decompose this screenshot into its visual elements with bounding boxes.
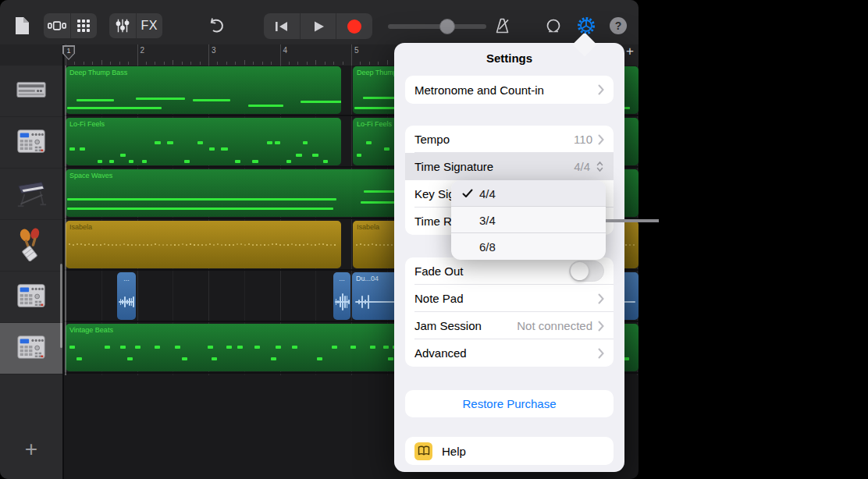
midi-note xyxy=(76,357,82,360)
settings-row-label: Advanced xyxy=(414,346,598,360)
settings-row-metronome-and-count-in[interactable]: Metronome and Count-in xyxy=(405,76,614,104)
wave-mark xyxy=(139,244,141,246)
settings-row-fade-out[interactable]: Fade Out xyxy=(405,257,614,285)
fade-out-toggle[interactable] xyxy=(569,261,604,282)
region-label: Space Waves xyxy=(69,172,112,179)
region[interactable]: ... xyxy=(333,272,350,320)
settings-row-advanced[interactable]: Advanced xyxy=(405,339,614,367)
region[interactable]: Lo-Fi Feels xyxy=(66,118,341,165)
help-icon[interactable]: ? xyxy=(610,17,627,34)
wave-mark xyxy=(625,244,627,246)
track-header-space-waves[interactable] xyxy=(0,169,62,220)
settings-row-jam-session[interactable]: Jam SessionNot connected xyxy=(405,312,614,339)
wave-mark xyxy=(104,243,105,245)
region-label: Isabela xyxy=(69,223,92,231)
wave-mark xyxy=(322,243,324,245)
metronome-icon[interactable] xyxy=(493,16,512,35)
menu-option-label: 6/8 xyxy=(479,240,496,254)
wave-mark xyxy=(383,244,385,246)
loop-browser-icon[interactable] xyxy=(544,16,563,35)
scrollbar[interactable] xyxy=(60,264,62,348)
wave-mark xyxy=(344,296,346,308)
midi-note xyxy=(226,346,232,349)
play-icon[interactable] xyxy=(300,13,336,39)
wave-mark xyxy=(158,244,160,246)
document-icon[interactable] xyxy=(12,15,32,37)
undo-icon[interactable] xyxy=(206,16,226,36)
settings-row-label: Metronome and Count-in xyxy=(414,83,598,97)
record-icon[interactable] xyxy=(336,13,372,39)
wave-mark xyxy=(84,244,86,246)
midi-note xyxy=(237,346,243,349)
settings-row-tempo[interactable]: Tempo110 xyxy=(405,126,614,153)
chevron-icon xyxy=(598,321,604,332)
wave-mark xyxy=(127,244,129,246)
midi-note xyxy=(105,346,110,349)
settings-row-value: 4/4 xyxy=(574,160,590,173)
region[interactable]: ... xyxy=(117,272,136,320)
wave-mark xyxy=(166,244,168,246)
add-section-button[interactable]: + xyxy=(624,45,636,58)
midi-note xyxy=(267,141,272,144)
midi-note xyxy=(193,99,229,101)
track-header-column xyxy=(0,66,62,479)
menu-option-6-8[interactable]: 6/8 xyxy=(451,233,606,260)
bar-number: 5 xyxy=(354,46,359,55)
settings-gear-icon[interactable] xyxy=(576,16,596,36)
region[interactable]: Deep Thump Bass xyxy=(66,66,341,114)
wave-mark xyxy=(307,243,308,245)
track-header-isabela[interactable] xyxy=(0,220,62,271)
settings-row-note-pad[interactable]: Note Pad xyxy=(405,285,614,312)
shaker-percussion-icon xyxy=(14,227,48,264)
wave-mark xyxy=(194,244,195,246)
fx-button[interactable]: FX xyxy=(136,13,163,38)
track-header-lo-fi-feels[interactable] xyxy=(0,117,62,169)
ruler-tick xyxy=(315,60,316,65)
track-header-audio[interactable] xyxy=(0,271,62,323)
settings-row-label: Restore Purchase xyxy=(414,397,604,410)
track-header-vintage-beats[interactable] xyxy=(0,323,62,374)
chevron-icon xyxy=(598,348,604,359)
menu-option-label: 4/4 xyxy=(479,187,496,200)
add-track-button[interactable]: + xyxy=(20,438,42,460)
midi-note xyxy=(136,98,185,100)
bar-line xyxy=(208,44,209,66)
wave-mark xyxy=(379,244,381,246)
wave-mark xyxy=(330,244,332,246)
menu-option-3-4[interactable]: 3/4 xyxy=(451,207,606,233)
volume-slider-knob[interactable] xyxy=(439,19,455,34)
ruler-tick xyxy=(155,62,155,65)
drum-machine-icon xyxy=(14,330,48,367)
wave-mark xyxy=(124,296,126,307)
live-loops-grid-icon[interactable] xyxy=(70,13,98,38)
drum-machine-icon xyxy=(14,124,48,161)
ruler-tick xyxy=(101,60,102,65)
settings-row-label: Help xyxy=(442,445,604,458)
wave-mark xyxy=(244,244,246,246)
rewind-icon[interactable] xyxy=(264,13,300,39)
settings-row-time-signature[interactable]: Time Signature4/4 xyxy=(405,153,614,180)
ruler-tick xyxy=(164,62,165,65)
midi-note xyxy=(76,99,113,101)
help-book-icon xyxy=(414,442,432,460)
menu-option-4-4[interactable]: 4/4 xyxy=(451,180,606,207)
midi-note xyxy=(357,154,361,157)
settings-row-restore-purchase[interactable]: Restore Purchase xyxy=(405,390,614,417)
volume-slider[interactable] xyxy=(388,24,486,29)
midi-note xyxy=(296,154,302,157)
mixer-faders-icon[interactable] xyxy=(109,13,136,38)
controls-segment: FX xyxy=(109,13,162,38)
toggle-icon[interactable] xyxy=(569,261,604,282)
wave-mark xyxy=(337,300,339,303)
ruler-tick xyxy=(84,62,84,65)
region[interactable]: Isabela xyxy=(66,221,341,268)
wave-mark xyxy=(276,243,277,245)
midi-note xyxy=(135,346,141,349)
check-icon xyxy=(462,189,479,198)
ruler-tick xyxy=(110,62,111,65)
tracks-view-icon[interactable] xyxy=(44,13,70,38)
wave-mark xyxy=(170,244,172,246)
ruler-tick xyxy=(325,62,326,65)
settings-row-help[interactable]: Help xyxy=(405,437,614,465)
track-header-deep-thump-bass[interactable] xyxy=(0,66,62,117)
